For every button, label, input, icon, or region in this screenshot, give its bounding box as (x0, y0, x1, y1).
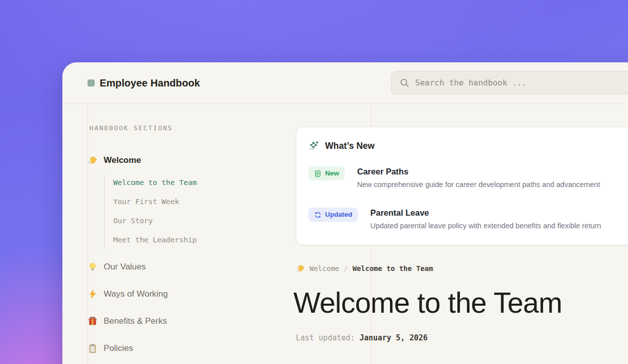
app-window: Employee Handbook HANDBOOK SECTIONS (62, 62, 628, 364)
clipboard-icon (88, 343, 98, 353)
whats-new-items: New Career Paths New comprehensive guide… (308, 166, 628, 231)
sidebar-heading: HANDBOOK SECTIONS (90, 124, 173, 132)
news-item-description: Updated parental leave policy with exten… (370, 221, 601, 231)
last-updated-label: Last updated: (296, 333, 355, 342)
gift-icon (88, 316, 98, 326)
sidebar-item-welcome[interactable]: Welcome (88, 155, 141, 165)
news-row-career-paths[interactable]: New Career Paths New comprehensive guide… (308, 166, 628, 190)
news-content: Parental Leave Updated parental leave po… (370, 208, 601, 231)
whats-new-title: What’s New (325, 141, 375, 151)
breadcrumb: Welcome / Welcome to the Team (296, 264, 433, 273)
last-updated-value: January 5, 2026 (359, 333, 427, 342)
new-badge: New (308, 166, 345, 180)
sidebar-item-label: Benefits & Perks (104, 316, 167, 326)
lightning-bolt-icon (88, 289, 98, 299)
news-item-title: Career Paths (357, 166, 600, 176)
app-title: Employee Handbook (100, 77, 200, 89)
news-row-parental-leave[interactable]: Updated Parental Leave Updated parental … (308, 208, 628, 231)
light-bulb-icon (88, 262, 98, 272)
updated-badge: Updated (308, 208, 358, 222)
badge-label: New (325, 169, 339, 178)
sidebar-item-label: Ways of Working (104, 289, 168, 299)
sidebar-item-our-values[interactable]: Our Values (88, 262, 146, 272)
sidebar-item-policies[interactable]: Policies (88, 343, 133, 353)
app-header: Employee Handbook (62, 62, 628, 104)
sidebar-item-benefits-perks[interactable]: Benefits & Perks (88, 316, 167, 326)
sidebar-item-label: Policies (104, 343, 133, 353)
page-title: Welcome to the Team (293, 286, 562, 319)
waving-hand-icon (296, 264, 305, 273)
badge-label: Updated (325, 210, 352, 219)
news-content: Career Paths New comprehensive guide for… (357, 166, 600, 190)
refresh-icon (314, 211, 322, 219)
sidebar-subitem-your-first-week[interactable]: Your First Week (113, 198, 197, 206)
news-item-title: Parental Leave (370, 208, 601, 218)
whats-new-header: What’s New (308, 140, 628, 151)
sidebar-sublist-welcome: Welcome to the Team Your First Week Our … (104, 175, 197, 249)
waving-hand-icon (88, 155, 98, 165)
breadcrumb-separator: / (344, 264, 348, 272)
sidebar-item-label: Welcome (104, 155, 141, 165)
sidebar-subitem-welcome-to-the-team[interactable]: Welcome to the Team (113, 179, 197, 187)
sparkles-icon (308, 140, 320, 151)
breadcrumb-section[interactable]: Welcome (309, 264, 339, 272)
search-input[interactable] (415, 78, 628, 87)
window-body: HANDBOOK SECTIONS Welcome Welcome to the… (62, 104, 628, 364)
search-bar[interactable] (391, 71, 628, 95)
sidebar: HANDBOOK SECTIONS Welcome Welcome to the… (62, 104, 284, 364)
breadcrumb-current: Welcome to the Team (352, 264, 433, 272)
whats-new-card: What’s New New (296, 127, 628, 245)
news-item-description: New comprehensive guide for career devel… (357, 179, 600, 190)
sidebar-subitem-our-story[interactable]: Our Story (113, 217, 197, 225)
app-logo-icon (88, 79, 95, 86)
sidebar-item-label: Our Values (104, 262, 146, 272)
last-updated: Last updated: January 5, 2026 (296, 333, 428, 342)
search-icon (400, 78, 409, 87)
sidebar-item-ways-of-working[interactable]: Ways of Working (88, 289, 168, 299)
brand: Employee Handbook (62, 77, 200, 89)
sidebar-subitem-meet-the-leadership[interactable]: Meet the Leadership (113, 236, 197, 244)
document-icon (314, 170, 322, 177)
